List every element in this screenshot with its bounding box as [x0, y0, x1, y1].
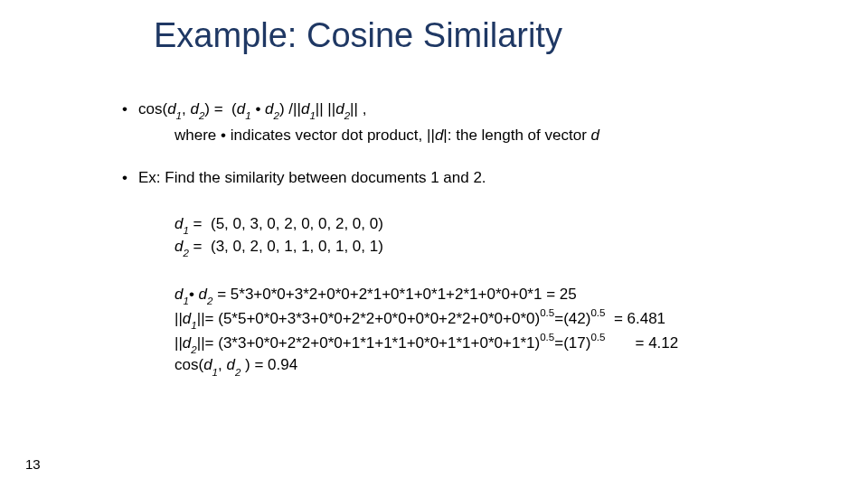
cos-result-line: cos(d1, d2 ) = 0.94 — [175, 355, 809, 378]
bullet-example: • Ex: Find the similarity between docume… — [122, 168, 809, 189]
bullet-formula: • cos(d1, d2) = (d1 • d2) /||d1|| ||d2||… — [122, 99, 809, 122]
page-number: 13 — [25, 456, 41, 472]
vectors-block: d1 = (5, 0, 3, 0, 2, 0, 0, 2, 0, 0) d2 =… — [175, 214, 809, 259]
formula-where: where • indicates vector dot product, ||… — [175, 126, 809, 146]
norm-d2-line: ||d2||= (3*3+0*0+2*2+0*0+1*1+1*1+0*0+1*1… — [175, 332, 809, 356]
slide: Example: Cosine Similarity • cos(d1, d2)… — [0, 0, 868, 488]
d2-vector: d2 = (3, 0, 2, 0, 1, 1, 0, 1, 0, 1) — [175, 237, 809, 259]
bullet-dot-icon: • — [122, 168, 138, 189]
d1-vector: d1 = (5, 0, 3, 0, 2, 0, 0, 2, 0, 0) — [175, 214, 809, 237]
dot-product-line: d1• d2 = 5*3+0*0+3*2+0*0+2*1+0*1+0*1+2*1… — [175, 285, 809, 307]
slide-body: • cos(d1, d2) = (d1 • d2) /||d1|| ||d2||… — [122, 99, 809, 378]
bullet-dot-icon: • — [122, 99, 138, 120]
calculations-block: d1• d2 = 5*3+0*0+3*2+0*0+2*1+0*1+0*1+2*1… — [175, 285, 809, 378]
norm-d1-line: ||d1||= (5*5+0*0+3*3+0*0+2*2+0*0+0*0+2*2… — [175, 307, 809, 332]
slide-title: Example: Cosine Similarity — [154, 16, 562, 55]
formula-text: cos(d1, d2) = (d1 • d2) /||d1|| ||d2|| , — [138, 99, 809, 122]
example-text: Ex: Find the similarity between document… — [138, 168, 809, 189]
